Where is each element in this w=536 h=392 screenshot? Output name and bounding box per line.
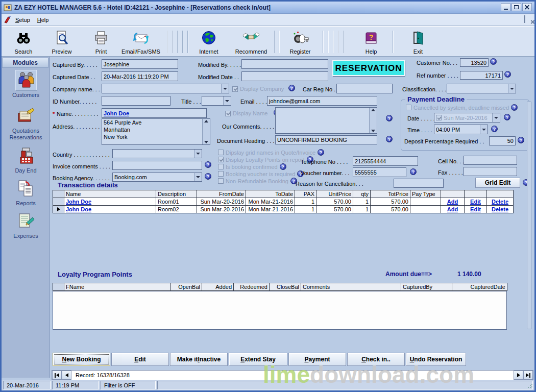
column-header[interactable]: UnitPrice (316, 190, 353, 198)
payment-button[interactable]: Payment (288, 353, 346, 366)
chevron-down-icon[interactable] (221, 84, 229, 93)
column-header[interactable]: Added (202, 283, 234, 291)
chevron-down-icon[interactable] (194, 150, 202, 158)
display-loyalty-points-checkbox[interactable] (218, 157, 224, 162)
address-box[interactable]: 564 Purple Ave Manhattan New York (102, 118, 210, 145)
invoice-comments-field[interactable] (112, 161, 202, 170)
cell-totprice[interactable]: 570.00 (371, 198, 410, 206)
chevron-down-icon[interactable] (480, 125, 488, 134)
scroll-up-icon[interactable] (371, 109, 375, 111)
cell-unitprice[interactable]: 570.00 (316, 206, 353, 213)
id-number-field[interactable] (102, 96, 170, 106)
column-header[interactable]: Comments (301, 283, 401, 291)
title-combo[interactable] (202, 96, 231, 106)
cell-todate[interactable]: Mon Mar-21-2016 (246, 198, 295, 206)
cell-no-field[interactable] (464, 156, 517, 165)
first-record-button[interactable] (52, 371, 62, 380)
toolbar-internet-button[interactable]: Internet (192, 29, 225, 55)
sidebar-item-day-end[interactable]: Day End (2, 145, 50, 174)
undo-reservation-button[interactable]: Undo Reservation (406, 353, 466, 366)
toolbar-print-button[interactable]: Print (86, 29, 116, 55)
scroll-down-icon[interactable] (371, 130, 375, 132)
cell-delete[interactable]: Delete (487, 198, 514, 206)
display-loyalty-points-checkbox-row[interactable]: Display Loyalty Points on report (218, 156, 313, 163)
email-field[interactable]: johndoe@gmail.com (267, 96, 377, 106)
display-grid-names-checkbox-row[interactable]: Dipslay grid names in Quote/Invoice (218, 149, 324, 156)
name-value[interactable]: John Doe (104, 110, 129, 116)
help-icon[interactable] (491, 126, 498, 132)
toolbar-register-button[interactable]: Register (283, 29, 317, 55)
toolbar-preview-button[interactable]: Preview (45, 29, 78, 55)
guest-name-link[interactable]: John Doe (66, 206, 91, 212)
chevron-down-icon[interactable] (508, 84, 516, 93)
non-refundable-booking-checkbox[interactable] (218, 178, 224, 184)
deposit-percentage-field[interactable]: 50 (489, 136, 516, 145)
fax-field[interactable] (464, 167, 517, 176)
menu-setup[interactable]: Setup (12, 16, 34, 24)
minimize-button[interactable] (501, 3, 510, 11)
column-header[interactable]: CapturedBy (401, 283, 452, 291)
resize-grip[interactable] (527, 383, 532, 388)
chevron-down-icon[interactable] (223, 96, 231, 105)
display-grid-names-checkbox[interactable] (218, 150, 224, 155)
column-header[interactable]: PAX (295, 190, 316, 198)
column-header[interactable]: OpenBal (170, 283, 202, 291)
cell-todate[interactable]: Mon Mar-21-2016 (246, 206, 295, 213)
close-button[interactable] (522, 3, 532, 11)
maximize-button[interactable] (511, 3, 521, 11)
deadline-time-combo[interactable]: 04:00 PM (434, 125, 488, 134)
row-selector-current[interactable] (53, 206, 64, 213)
non-refundable-booking-checkbox-row[interactable]: Non-Refundable Booking (218, 178, 297, 184)
booking-agency-combo[interactable]: Booking.com (112, 173, 202, 182)
cancelled-by-system-checkbox[interactable] (406, 105, 411, 110)
display-company-checkbox-row[interactable]: Display Company (232, 86, 284, 92)
check-in-button[interactable]: Check in.. (347, 353, 405, 366)
help-icon[interactable] (504, 71, 511, 78)
sidebar-item-customers[interactable]: Customers (2, 70, 50, 99)
make-it-inactive-button[interactable]: Make it Inactive (170, 353, 228, 366)
cell-unitprice[interactable]: 570.00 (316, 198, 353, 206)
reason-for-cancellation-field[interactable] (394, 179, 444, 188)
toolbar-email-fax-sms-button[interactable]: Email/Fax/SMS (119, 29, 163, 55)
toolbar-recommend-button[interactable]: Recommend (231, 29, 271, 55)
cell-pax[interactable]: 1 (295, 206, 316, 213)
help-icon[interactable] (205, 173, 211, 180)
voucher-number-field[interactable]: 5555555 (353, 167, 406, 177)
cell-description[interactable]: Room02 (156, 206, 197, 213)
ref-number-field[interactable]: 17171 (460, 71, 503, 80)
chevron-down-icon[interactable] (492, 113, 500, 122)
help-icon[interactable] (504, 114, 510, 120)
customer-no-field[interactable]: 13520 (460, 58, 489, 67)
new-booking-button[interactable]: New Booking (53, 353, 110, 366)
chevron-down-icon[interactable] (194, 173, 202, 181)
telephone-no-field[interactable]: 2125554444 (353, 156, 418, 166)
column-header[interactable]: Name (64, 190, 156, 198)
cell-edit[interactable]: Edit (465, 198, 487, 206)
column-header[interactable]: FName (64, 283, 170, 291)
cell-add[interactable]: Add (441, 198, 465, 206)
cell-name[interactable]: John Doe (64, 206, 156, 213)
toolbar-search-button[interactable]: Search (9, 29, 38, 55)
cell-qty[interactable]: 1 (353, 206, 371, 213)
booking-voucher-required-checkbox[interactable] (218, 171, 224, 177)
cell-edit[interactable]: Edit (465, 206, 487, 213)
display-name-checkbox-row[interactable]: Display Name (225, 110, 267, 116)
column-header[interactable]: ToDate (246, 190, 295, 198)
captured-date-field[interactable]: 20-Mar-2016 11:19:20 PM (102, 71, 178, 81)
scrollbar[interactable] (202, 119, 210, 144)
help-icon[interactable] (280, 163, 286, 170)
column-header[interactable]: CloseBal (270, 283, 301, 291)
last-record-button[interactable] (523, 371, 533, 380)
sidebar-item-expenses[interactable]: Expenses (2, 211, 50, 239)
scroll-down-icon[interactable] (204, 141, 208, 143)
captured-by-field[interactable]: Josephine (102, 59, 178, 69)
cell-paytype[interactable] (410, 206, 441, 213)
is-booking-confirmed-checkbox-row[interactable]: Is booking confirmed (218, 163, 286, 170)
help-icon[interactable] (511, 104, 518, 111)
menu-help[interactable]: Help (34, 16, 53, 24)
deadline-date-checkbox[interactable] (436, 115, 442, 120)
mdi-restore-button[interactable] (524, 16, 525, 22)
toolbar-exit-button[interactable]: Exit (402, 29, 434, 55)
column-header[interactable]: qty (353, 190, 371, 198)
scrollbar[interactable] (369, 108, 377, 133)
